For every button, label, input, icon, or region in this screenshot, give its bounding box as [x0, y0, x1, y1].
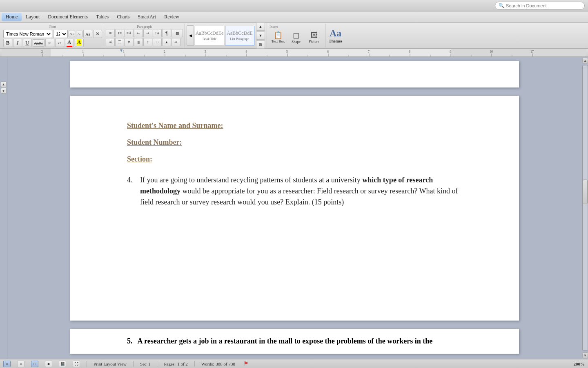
- themes-section[interactable]: Aa Themes: [325, 24, 345, 47]
- left-panel-btn2[interactable]: ▼: [1, 88, 7, 94]
- styles-section: ◀ AaBbCcDdEe Book Title AaBbCcDdE List P…: [185, 24, 267, 47]
- picture-btn[interactable]: 🖼 Picture: [305, 31, 323, 44]
- student-name-field: Student's Name and Surname:: [127, 120, 462, 131]
- view-btn-layout[interactable]: □: [31, 361, 38, 367]
- strikethrough-btn[interactable]: ABC: [33, 39, 45, 47]
- styles-down-btn[interactable]: ▼: [256, 31, 265, 40]
- svg-text:1: 1: [123, 50, 125, 54]
- svg-text:3: 3: [205, 50, 206, 54]
- multilevel-btn[interactable]: ≡⇓: [125, 29, 134, 37]
- shape-icon: ◻: [293, 31, 300, 39]
- svg-text:4: 4: [245, 50, 247, 54]
- line-spacing-btn[interactable]: ↕: [143, 38, 152, 46]
- q4-text-before: If you are going to understand recycling…: [140, 176, 362, 184]
- main-area: ▲ ▼ Student's Name and Surname: Student …: [0, 57, 588, 359]
- view-btn-normal[interactable]: ≡: [3, 361, 11, 367]
- styles-expand-btn[interactable]: ⊞: [256, 40, 265, 49]
- style-card-book-title[interactable]: AaBbCcDdEe Book Title: [195, 26, 224, 45]
- svg-text:10: 10: [490, 50, 493, 54]
- svg-text:8: 8: [409, 50, 410, 54]
- svg-text:9: 9: [450, 50, 451, 54]
- textbox-btn[interactable]: 📋 Text Box: [270, 31, 287, 44]
- font-color-btn[interactable]: A: [65, 39, 74, 47]
- insert-row: 📋 Text Box ◻ Shape 🖼 Picture: [270, 30, 323, 45]
- bold-btn[interactable]: B: [3, 39, 12, 47]
- highlight-btn[interactable]: A: [75, 39, 84, 47]
- align-center-btn[interactable]: ☰: [115, 38, 124, 46]
- search-wrapper[interactable]: 🔍: [495, 2, 585, 10]
- decrease-font-btn[interactable]: A-: [76, 31, 82, 37]
- question-5-text: A researcher gets a job in a restaurant …: [138, 337, 433, 346]
- menu-item-document-elements[interactable]: Document Elements: [44, 13, 92, 21]
- style-book-title-label: Book Title: [203, 37, 216, 41]
- caps-btn[interactable]: Aa: [83, 30, 92, 38]
- font-size-select[interactable]: 12: [53, 30, 68, 38]
- scroll-up-btn[interactable]: ▲: [582, 58, 588, 63]
- paragraph-section: Paragraph ≡ 1≡ ≡⇓ ⇐ ⇒ ↕A ¶ ▦ ⫷ ☰ ⫸ ⫼ ↕ □…: [104, 24, 185, 47]
- svg-text:2: 2: [41, 50, 43, 54]
- show-marks-btn[interactable]: ¶: [162, 29, 171, 37]
- view-btn-notebook[interactable]: 📓: [59, 361, 66, 367]
- scrollbar-track[interactable]: [582, 65, 588, 351]
- question-5-number: 5.: [127, 337, 133, 346]
- highlight-icon: A: [76, 39, 82, 47]
- status-pages-label: Pages:: [164, 361, 176, 366]
- decrease-indent-btn[interactable]: ⇐: [134, 29, 143, 37]
- italic-btn[interactable]: I: [13, 39, 22, 47]
- numbering-btn[interactable]: 1≡: [115, 29, 124, 37]
- align-right-btn[interactable]: ⫸: [125, 38, 134, 46]
- svg-text:5: 5: [286, 50, 288, 54]
- align-left-btn[interactable]: ⫷: [106, 38, 115, 46]
- scrollbar-thumb[interactable]: [583, 180, 588, 204]
- status-view: Print Layout View: [94, 361, 127, 366]
- doc-canvas[interactable]: Student's Name and Surname: Student Numb…: [7, 57, 581, 359]
- shape-btn[interactable]: ◻ Shape: [287, 30, 305, 45]
- subscript-btn[interactable]: x₂: [55, 39, 64, 47]
- menu-item-review[interactable]: Review: [160, 13, 183, 21]
- left-panel-btn1[interactable]: ▲: [1, 81, 7, 87]
- status-section: Sec 1: [140, 361, 150, 366]
- right-scrollbar: ▲ ▼: [581, 57, 588, 359]
- borders-btn[interactable]: □: [153, 38, 162, 46]
- insert-section-label: Insert: [270, 25, 278, 29]
- status-error-icon: ⚑: [243, 360, 249, 367]
- svg-text:1: 1: [82, 50, 84, 54]
- status-words-value: 388 of 738: [216, 361, 235, 366]
- increase-indent-btn[interactable]: ⇒: [143, 29, 152, 37]
- search-input[interactable]: [506, 3, 581, 8]
- status-sec-label: Sec: [140, 361, 147, 366]
- column-btn[interactable]: ▦: [172, 29, 183, 37]
- indent-adjust-btn[interactable]: ⇔: [172, 38, 180, 46]
- font-color-icon: A: [67, 39, 72, 47]
- style-list-para-label: List Paragraph: [230, 37, 249, 41]
- shading-btn[interactable]: ▲: [162, 38, 171, 46]
- scroll-down-btn[interactable]: ▼: [582, 352, 588, 358]
- increase-font-btn[interactable]: A+: [69, 31, 75, 37]
- styles-up-btn[interactable]: ▲: [256, 22, 265, 31]
- textbox-icon: 📋: [274, 31, 283, 39]
- view-btn-outline[interactable]: ≡: [17, 361, 24, 367]
- status-divider-1: [87, 361, 87, 367]
- page-2-bottom: 5. A researcher gets a job in a restaura…: [70, 329, 519, 354]
- menu-item-smartart[interactable]: SmartArt: [134, 13, 160, 21]
- style-card-list-paragraph[interactable]: AaBbCcDdE List Paragraph: [225, 26, 254, 45]
- font-section-label: Font: [3, 25, 102, 29]
- clear-format-btn[interactable]: ✕: [93, 30, 102, 38]
- view-btn-publishing[interactable]: ■: [45, 361, 52, 367]
- menu-item-layout[interactable]: Layout: [22, 13, 44, 21]
- font-section: Font Times New Roman 12 A+ A- Aa ✕ B I U…: [2, 24, 104, 47]
- menu-item-tables[interactable]: Tables: [92, 13, 113, 21]
- styles-prev-btn[interactable]: ◀: [187, 25, 194, 46]
- underline-btn[interactable]: U: [23, 39, 32, 47]
- question-5: 5. A researcher gets a job in a restaura…: [127, 337, 462, 346]
- view-btn-fullscreen[interactable]: ⛶: [73, 361, 80, 367]
- status-sec-num: 1: [148, 361, 151, 366]
- font-family-select[interactable]: Times New Roman: [3, 30, 52, 38]
- bullets-btn[interactable]: ≡: [106, 29, 115, 37]
- menu-item-home[interactable]: Home: [2, 13, 22, 21]
- svg-text:6: 6: [327, 50, 329, 54]
- sort-btn[interactable]: ↕A: [153, 29, 162, 37]
- superscript-btn[interactable]: x²: [45, 39, 54, 47]
- justify-btn[interactable]: ⫼: [134, 38, 143, 46]
- menu-item-charts[interactable]: Charts: [113, 13, 134, 21]
